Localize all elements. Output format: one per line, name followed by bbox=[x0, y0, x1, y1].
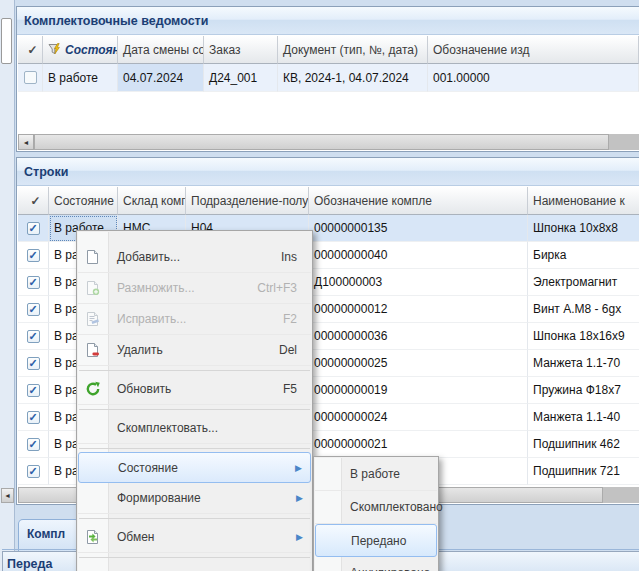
checked-checkbox[interactable]: ✓ bbox=[27, 249, 40, 262]
cell-code[interactable]: 00000000019 bbox=[309, 377, 528, 404]
cell-code[interactable]: 00000000024 bbox=[309, 404, 528, 431]
cell-text: 00000000019 bbox=[314, 383, 387, 397]
cell-design[interactable]: 001.00000 bbox=[428, 64, 639, 92]
submenu-item-annulled[interactable]: Аннулировано bbox=[315, 557, 437, 571]
checked-checkbox[interactable]: ✓ bbox=[27, 357, 40, 370]
menu-separator bbox=[77, 514, 312, 522]
cell-name[interactable]: Пружина Ф18x7 bbox=[528, 377, 639, 404]
cell-text: Шпонка 10x8x8 bbox=[533, 221, 618, 235]
cell-state[interactable]: В работе bbox=[43, 64, 118, 92]
column-header-state[interactable]: Состояни bbox=[43, 36, 118, 64]
cell-name[interactable]: Бирка bbox=[528, 242, 639, 269]
column-header-date[interactable]: Дата смены сос bbox=[118, 36, 204, 64]
cell-check[interactable]: ✓ bbox=[18, 215, 49, 242]
column-header-label: Подразделение-получ bbox=[191, 194, 309, 208]
bottom-tab-assembly[interactable]: Компл bbox=[18, 519, 80, 551]
menu-item-exchange[interactable]: Обмен▶ bbox=[78, 522, 311, 553]
checked-checkbox[interactable]: ✓ bbox=[27, 222, 40, 235]
submenu-item-in-progress[interactable]: В работе bbox=[315, 458, 437, 491]
sheets-hscrollbar[interactable]: ◄ bbox=[18, 134, 639, 150]
scroll-left-button[interactable]: ◄ bbox=[18, 134, 34, 150]
cell-text: 00000000036 bbox=[314, 329, 387, 343]
menu-item-state[interactable]: Состояние▶ bbox=[78, 452, 311, 483]
cell-name[interactable]: Манжета 1.1-40 bbox=[528, 404, 639, 431]
checked-checkbox[interactable]: ✓ bbox=[27, 465, 40, 478]
cell-code[interactable]: 00000000012 bbox=[309, 296, 528, 323]
column-header-name[interactable]: Наименование к bbox=[528, 187, 639, 215]
header-checkmark-icon: ✓ bbox=[27, 43, 37, 57]
column-header-label: Обозначение изд bbox=[433, 43, 530, 57]
cell-check[interactable]: ✓ bbox=[18, 323, 49, 350]
column-header-label: Дата смены сос bbox=[123, 43, 204, 57]
menu-item-label: Состояние bbox=[118, 461, 178, 475]
unchecked-checkbox[interactable] bbox=[24, 71, 37, 84]
cell-text: Электромагнит bbox=[533, 275, 617, 289]
submenu-item-label: Скомплектовано bbox=[350, 500, 443, 514]
column-header-label: Документ (тип, №, дата) bbox=[283, 43, 418, 57]
cell-name[interactable]: Подшипник 721 bbox=[528, 458, 639, 485]
cell-name[interactable]: Подшипник 462 bbox=[528, 431, 639, 458]
refresh-icon bbox=[85, 381, 101, 397]
checked-checkbox[interactable]: ✓ bbox=[27, 411, 40, 424]
cell-text: КВ, 2024-1, 04.07.2024 bbox=[283, 71, 409, 85]
menu-item-label: Удалить bbox=[117, 343, 163, 357]
checked-checkbox[interactable]: ✓ bbox=[27, 384, 40, 397]
cell-check[interactable]: ✓ bbox=[18, 404, 49, 431]
menu-item-add[interactable]: Добавить...Ins bbox=[78, 242, 311, 273]
menu-item-assemble[interactable]: Скомплектовать... bbox=[78, 413, 311, 444]
checked-checkbox[interactable]: ✓ bbox=[27, 276, 40, 289]
column-header-dept[interactable]: Подразделение-получ bbox=[186, 187, 309, 215]
cell-check[interactable]: ✓ bbox=[18, 377, 49, 404]
cell-check[interactable]: ✓ bbox=[18, 458, 49, 485]
scroll-left-button-edge[interactable]: ◄ bbox=[1, 488, 14, 503]
cell-code[interactable]: 00000000040 bbox=[309, 242, 528, 269]
cell-date[interactable]: 04.07.2024 bbox=[118, 64, 204, 92]
cell-doc[interactable]: КВ, 2024-1, 04.07.2024 bbox=[278, 64, 428, 92]
cell-code[interactable]: 00000000025 bbox=[309, 350, 528, 377]
column-header-design[interactable]: Обозначение изд bbox=[428, 36, 639, 64]
submenu-item-transferred[interactable]: Передано bbox=[315, 524, 437, 557]
cell-check[interactable]: ✓ bbox=[18, 269, 49, 296]
submenu-arrow-icon: ▶ bbox=[296, 532, 303, 542]
column-header-wh[interactable]: Склад комп. bbox=[118, 187, 186, 215]
cell-code[interactable]: 00000000135 bbox=[309, 215, 528, 242]
menu-separator bbox=[77, 444, 312, 452]
menu-item-label: Скомплектовать... bbox=[117, 421, 218, 435]
cell-check[interactable]: ✓ bbox=[18, 431, 49, 458]
table-row[interactable]: В работе04.07.2024Д24_001КВ, 2024-1, 04.… bbox=[18, 64, 639, 92]
menu-item-formation[interactable]: Формирование▶ bbox=[78, 483, 311, 514]
cell-code[interactable]: 00000000036 bbox=[309, 323, 528, 350]
cell-check[interactable]: ✓ bbox=[18, 296, 49, 323]
cell-name[interactable]: Винт А.М8 - 6gx bbox=[528, 296, 639, 323]
cell-check[interactable] bbox=[18, 64, 43, 92]
cell-check[interactable]: ✓ bbox=[18, 242, 49, 269]
column-header-label: Склад комп. bbox=[123, 194, 186, 208]
cell-code[interactable]: 00000000021 bbox=[309, 431, 528, 458]
vertical-scrollbar-thumb[interactable] bbox=[1, 18, 12, 64]
submenu-item-assembled[interactable]: Скомплектовано bbox=[315, 491, 437, 524]
checked-checkbox[interactable]: ✓ bbox=[27, 330, 40, 343]
column-header-order[interactable]: Заказ bbox=[204, 36, 278, 64]
cell-order[interactable]: Д24_001 bbox=[204, 64, 278, 92]
column-header-code[interactable]: Обозначение компле bbox=[309, 187, 528, 215]
sheets-panel-title: Комплектовочные ведомости bbox=[17, 7, 639, 35]
menu-item-delete[interactable]: УдалитьDel bbox=[78, 335, 311, 366]
cell-code[interactable]: Д100000003 bbox=[309, 269, 528, 296]
checked-checkbox[interactable]: ✓ bbox=[27, 303, 40, 316]
cell-check[interactable]: ✓ bbox=[18, 350, 49, 377]
scrollbar-thumb[interactable] bbox=[34, 134, 609, 150]
checked-checkbox[interactable]: ✓ bbox=[27, 438, 40, 451]
menu-item-refresh[interactable]: ОбновитьF5 bbox=[78, 374, 311, 405]
cell-name[interactable]: Шпонка 18x16x9 bbox=[528, 323, 639, 350]
column-header-check[interactable]: ✓ bbox=[18, 187, 49, 215]
cell-text: Манжета 1.1-70 bbox=[533, 356, 620, 370]
cell-name[interactable]: Манжета 1.1-70 bbox=[528, 350, 639, 377]
cell-name[interactable]: Электромагнит bbox=[528, 269, 639, 296]
cell-name[interactable]: Шпонка 10x8x8 bbox=[528, 215, 639, 242]
column-header-state[interactable]: Состояние bbox=[49, 187, 118, 215]
cell-text: Манжета 1.1-40 bbox=[533, 410, 620, 424]
column-header-label: Наименование к bbox=[533, 194, 625, 208]
cell-text: 04.07.2024 bbox=[123, 71, 183, 85]
column-header-doc[interactable]: Документ (тип, №, дата) bbox=[278, 36, 428, 64]
column-header-check[interactable]: ✓ bbox=[18, 36, 43, 64]
